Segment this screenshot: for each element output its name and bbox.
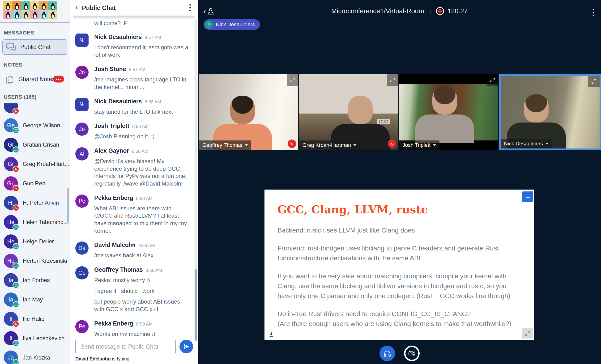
penguin-logo-tile [30,10,39,19]
message-author: Josh Triplett [94,123,130,129]
headphones-icon [383,349,391,357]
camera-off-icon [408,349,416,357]
user-name: Ian Forbes [23,277,50,284]
user-list-item[interactable]: Ia Ian Forbes [0,271,70,290]
avatar: H. [4,196,18,210]
webcam-fullscreen-button[interactable] [287,74,298,86]
avatar: Ia [4,273,18,287]
message-time: 8:58 AM [138,243,155,248]
minimize-presentation-button[interactable]: – [522,191,533,202]
webcam-tile[interactable]: Nick Desaulniers [499,74,601,150]
avatar-initials: Ni [79,37,85,43]
message-text: I agree it _should_ work [94,287,190,295]
penguin-logo-tile [21,1,30,10]
avatar: Ge [4,118,18,132]
chat-message: Pe Pekka Enberg 8:58 AM What ABI issues … [75,195,190,235]
webcam-name-label[interactable]: Nick Desaulniers [501,139,552,148]
penguin-logo-tile [12,10,21,19]
webcam-tile[interactable]: 17:02 Greg Kroah-Hartman [299,74,398,150]
webcam-name-label[interactable]: Geoffrey Thomas [199,140,251,150]
presentation-fullscreen-button[interactable] [522,328,533,338]
user-status-icon [12,185,19,192]
avatar: Ni [75,98,89,111]
user-list-item[interactable]: H. H. Peter Anvin [0,193,70,212]
avatar-initials: H. [8,199,14,206]
user-status-icon [12,321,19,327]
webcam-user-name: Josh Triplett [403,142,431,148]
user-list-item[interactable]: Ia Ian May [0,290,70,309]
slide-paragraph: Backend: rustc uses LLVM just like Clang… [278,226,521,235]
user-name: Greg Kroah-Hart... [23,161,69,167]
options-kebab-icon[interactable] [591,8,596,18]
webcam-name-label[interactable]: Josh Triplett [399,140,440,150]
chat-message: Pe Pekka Enberg 8:59 AM Works on my mach… [75,320,190,336]
chat-message-list[interactable]: will come? :P Ni Nick Desaulniers 8:57 A… [70,16,198,336]
user-list-item[interactable]: Gu Guo Ren [0,174,70,193]
users-scrollbar[interactable] [67,188,69,223]
avatar: Gr [4,138,18,152]
fullscreen-icon [489,77,495,83]
message-text: What ABI issues are there with C/GCC and… [94,205,190,235]
webcam-tile[interactable]: Josh Triplett [399,74,498,150]
record-icon [436,7,444,15]
download-presentation-button[interactable] [268,331,274,338]
recording-indicator[interactable]: 120:27 [436,7,468,15]
sidebar-item-public-chat[interactable]: Public Chat [2,39,67,55]
webcam-fullscreen-button[interactable] [588,76,600,87]
user-list-item[interactable]: He Helge Deller [0,232,70,251]
slide-paragraph: If you want to be very safe about matchi… [278,271,521,301]
avatar: Al [75,147,89,160]
user-list-item[interactable]: Ge George Wilson [0,116,70,135]
user-status-icon [12,282,19,289]
user-status-icon [12,166,19,173]
message-text: but people worry about ABI issues with G… [94,298,190,313]
meeting-main-area: ‹ Microconference1/Virtual-Room | 120:27… [198,0,601,364]
avatar-initials: Ia [9,277,13,284]
chat-back-chevron-icon[interactable]: ‹ [75,3,78,13]
user-list-item[interactable]: Il Ilya Leoshkevich [0,329,70,348]
penguin-logo-tile [48,10,57,19]
conference-logo [3,1,57,19]
chat-message-input[interactable] [75,339,176,354]
nav-sidebar: MESSAGES Public Chat NOTES Shared Notes … [0,0,70,364]
chevron-down-icon [433,144,436,146]
presentation-area[interactable]: – GCC, Clang, LLVM, rustc Backend: rustc… [264,189,534,340]
avatar: Gr [4,157,18,171]
webcam-name-label[interactable]: Greg Kroah-Hartman [299,140,360,150]
message-author: Josh Stone [94,66,126,72]
user-list-item[interactable]: He Helen Tabunshc... [0,212,70,232]
avatar: Jo [75,123,89,136]
chat-message: Ni Nick Desaulniers 8:58 AM stay tuned f… [75,98,190,116]
user-name: H. Peter Anvin [23,199,59,206]
message-author: Pekka Enberg [94,195,133,201]
chat-header: ‹ Public Chat [70,0,198,16]
audio-join-button[interactable] [380,345,395,361]
message-author: David Malcolm [94,241,136,248]
webcam-fullscreen-button[interactable] [487,74,498,86]
user-name: Ian May [23,296,43,303]
user-status-icon [12,263,19,269]
sidebar-item-shared-notes[interactable]: Shared Notes ••• [2,71,67,87]
chat-options-kebab-icon[interactable] [188,3,192,13]
talking-indicator[interactable]: Nick Desaulniers [204,19,260,30]
avatar-initials: Gr [8,141,14,148]
room-title: Microconference1/Virtual-Room [331,7,424,15]
user-list-item[interactable]: He Herton Krzesinski [0,251,70,271]
avatar: Jo [75,66,89,79]
toggle-user-list-button[interactable]: ‹ [204,7,215,16]
user-list-item[interactable]: Il Ilie Halip [0,309,70,329]
user-list-item[interactable]: Gr Gratian Crisan [0,135,70,154]
user-list-item[interactable]: Ja Jan Kiszka [0,348,70,364]
webcam-fullscreen-button[interactable] [387,74,398,86]
message-time: 8:58 AM [136,196,152,201]
send-icon [183,343,190,350]
webcam-share-button[interactable] [404,345,420,361]
webcam-tile[interactable]: Geoffrey Thomas [199,74,298,150]
avatar [4,103,18,113]
user-list-item[interactable]: Gr Greg Kroah-Hart... [0,154,70,174]
avatar-initials: Al [80,151,84,157]
user-list-item[interactable] [0,103,70,116]
chat-scrollbar-thumb[interactable] [195,269,197,341]
send-message-button[interactable] [180,340,193,353]
avatar-initials: Ni [79,101,85,108]
